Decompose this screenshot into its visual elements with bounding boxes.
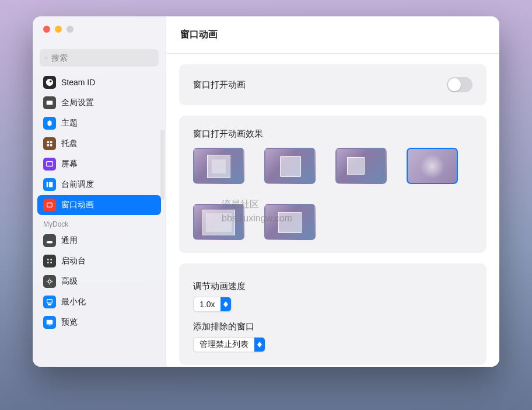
svg-point-16 (47, 262, 49, 263)
general-icon (43, 234, 56, 247)
svg-rect-5 (47, 141, 50, 144)
sidebar-item-label: 托盘 (61, 138, 78, 149)
sidebar-item-label: 窗口动画 (61, 200, 94, 210)
svg-point-2 (46, 79, 53, 86)
effect-option-2[interactable] (264, 148, 316, 184)
effect-option-1[interactable] (193, 148, 244, 184)
svg-rect-22 (48, 325, 51, 325)
traffic-lights (33, 16, 166, 43)
sidebar-item-advanced[interactable]: 高级 (37, 272, 161, 291)
open-anim-toggle[interactable] (447, 77, 473, 92)
sidebar: Steam ID 全局设置 主题 托盘 屏幕 台前调度 (33, 16, 166, 367)
effect-option-4[interactable] (407, 148, 458, 184)
sidebar-item-theme[interactable]: 主题 (37, 113, 161, 133)
stepper-icon (220, 297, 231, 311)
sidebar-item-label: 高级 (61, 276, 78, 287)
exclude-select[interactable]: 管理禁止列表 (193, 337, 265, 352)
search-input-wrap[interactable] (40, 49, 159, 67)
sidebar-list: Steam ID 全局设置 主题 托盘 屏幕 台前调度 (33, 71, 166, 367)
sidebar-item-screen[interactable]: 屏幕 (37, 154, 161, 174)
svg-rect-11 (49, 182, 52, 187)
main-panel: 窗口动画 窗口打开动画 窗口打开动画效果 (166, 16, 499, 367)
svg-rect-7 (47, 144, 50, 147)
svg-point-3 (50, 81, 52, 83)
svg-point-17 (50, 262, 52, 263)
search-icon (45, 54, 48, 62)
scrollbar[interactable] (160, 130, 164, 200)
svg-rect-20 (48, 304, 51, 305)
sidebar-item-steam-id[interactable]: Steam ID (37, 72, 161, 92)
sidebar-item-label: 全局设置 (61, 98, 94, 108)
effect-card: 窗口打开动画效果 (179, 116, 487, 253)
titlebar: 窗口动画 (166, 16, 499, 54)
effect-option-3[interactable] (335, 148, 387, 184)
open-anim-card: 窗口打开动画 (179, 64, 487, 105)
content: 窗口打开动画 窗口打开动画效果 调节动画速度 (166, 54, 499, 367)
sidebar-item-stage[interactable]: 台前调度 (37, 175, 161, 194)
sidebar-item-global[interactable]: 全局设置 (37, 93, 161, 113)
sidebar-item-label: 台前调度 (61, 179, 94, 190)
svg-point-15 (50, 259, 52, 260)
exclude-value: 管理禁止列表 (194, 338, 254, 352)
sidebar-item-window-anim[interactable]: 窗口动画 (37, 195, 161, 215)
stepper-icon (254, 338, 265, 352)
page-title: 窗口动画 (180, 29, 218, 41)
exclude-label: 添加排除的窗口 (193, 321, 473, 332)
launchpad-icon (43, 255, 56, 267)
minimize-icon (43, 296, 56, 308)
svg-line-1 (47, 58, 47, 59)
svg-rect-9 (47, 162, 53, 166)
stage-icon (43, 178, 56, 191)
close-button[interactable] (43, 26, 50, 33)
screen-icon (43, 158, 56, 171)
maximize-button[interactable] (66, 26, 74, 33)
open-anim-label: 窗口打开动画 (193, 79, 246, 91)
svg-rect-4 (47, 101, 53, 105)
sidebar-item-label: Steam ID (61, 78, 95, 87)
theme-icon (43, 117, 56, 130)
speed-card: 调节动画速度 1.0x 添加排除的窗口 管理禁止列表 (179, 263, 487, 365)
svg-rect-12 (47, 203, 52, 207)
effect-section-label: 窗口打开动画效果 (193, 128, 473, 140)
steam-icon (43, 76, 56, 89)
tray-icon (43, 137, 56, 150)
effect-grid (193, 148, 473, 240)
preview-icon (43, 316, 56, 329)
speed-label: 调节动画速度 (193, 281, 473, 292)
sidebar-item-label: 通用 (61, 235, 78, 246)
sidebar-item-label: 屏幕 (61, 159, 78, 169)
sidebar-item-label: 启动台 (61, 256, 86, 266)
minimize-button[interactable] (55, 26, 62, 33)
sidebar-item-label: 最小化 (61, 297, 86, 307)
svg-point-0 (46, 57, 47, 58)
search-input[interactable] (51, 53, 153, 62)
settings-icon (43, 96, 56, 109)
effect-option-5[interactable] (193, 204, 244, 240)
sidebar-item-general[interactable]: 通用 (37, 231, 161, 251)
effect-option-6[interactable] (264, 204, 316, 240)
svg-point-14 (47, 259, 49, 260)
sidebar-item-tray[interactable]: 托盘 (37, 134, 161, 154)
svg-rect-13 (47, 241, 53, 244)
sidebar-item-launchpad[interactable]: 启动台 (37, 251, 161, 271)
settings-window: Steam ID 全局设置 主题 托盘 屏幕 台前调度 (33, 16, 499, 367)
svg-rect-6 (50, 141, 52, 144)
sidebar-item-label: 预览 (61, 317, 78, 328)
svg-point-18 (48, 280, 51, 283)
window-anim-icon (43, 199, 56, 211)
sidebar-section-mydock: MyDock (37, 216, 161, 231)
advanced-icon (43, 275, 56, 288)
svg-rect-8 (50, 144, 52, 147)
svg-rect-19 (47, 300, 52, 303)
svg-rect-10 (47, 182, 48, 187)
sidebar-item-minimize[interactable]: 最小化 (37, 292, 161, 312)
sidebar-item-preview[interactable]: 预览 (37, 312, 161, 332)
speed-select[interactable]: 1.0x (193, 297, 232, 312)
sidebar-item-label: 主题 (61, 118, 78, 128)
speed-value: 1.0x (194, 297, 220, 311)
svg-rect-21 (47, 320, 53, 325)
